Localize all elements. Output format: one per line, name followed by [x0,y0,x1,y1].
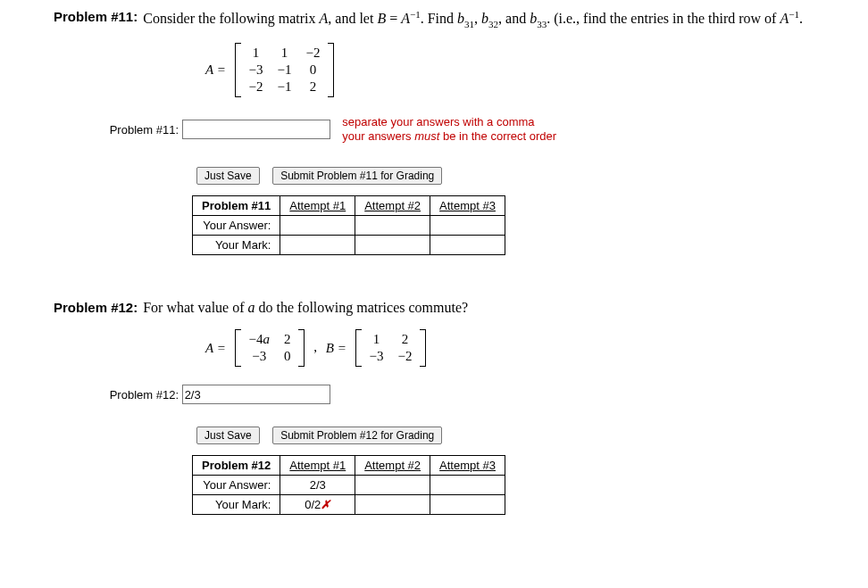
problem-11-label: Problem #11: [54,9,138,24]
cell: −1 [270,62,298,79]
answer-input-11[interactable] [182,120,330,139]
problem-12-label: Problem #12: [54,300,138,315]
cell [430,495,505,515]
problem-12-statement: For what value of a do the following mat… [138,300,850,316]
var-b: b [457,11,464,26]
txt: Consider the following matrix [143,11,319,26]
your-mark-label: Your Mark: [193,236,280,255]
txt: , and let [328,11,377,26]
attempt-1-link[interactable]: Attempt #1 [280,456,355,476]
var-a: A [780,11,789,26]
cell [355,476,430,495]
hint-line: separate your answers with a comma [342,115,534,128]
problem-12: Problem #12: For what value of a do the … [54,300,850,515]
cell: 2 [298,79,327,95]
attempt-2-link[interactable]: Attempt #2 [355,456,430,476]
cell: −3 [242,62,271,79]
mark-score: 0/2 [305,498,321,511]
cell: −2 [391,348,420,365]
answer-label: Problem #11: [89,123,179,137]
cell: 2/3 [280,476,355,495]
attempt-3-link[interactable]: Attempt #3 [430,196,505,216]
txt: = [386,11,401,26]
attempt-table-11: Problem #11 Attempt #1 Attempt #2 Attemp… [192,195,505,255]
sup: −1 [410,9,421,20]
txt: . [799,11,803,26]
problem-11-statement: Consider the following matrix A, and let… [138,9,850,29]
answer-input-12[interactable] [182,385,330,404]
answer-label: Problem #12: [89,388,179,402]
cell: −2 [242,79,271,95]
matrices-display: A = −4a2 −30 , B = 12 −3−2 [205,329,850,367]
cell: 1 [270,45,298,62]
answer-row-11: Problem #11: separate your answers with … [89,115,850,145]
your-mark-label: Your Mark: [193,495,280,515]
var-a: a [248,300,255,315]
txt: , [474,11,481,26]
buttons-11: Just Save Submit Problem #11 for Grading [196,167,850,185]
cell: −1 [270,79,298,95]
cell [430,236,505,255]
matrix-a-display: A = 11−2 −3−10 −2−12 [205,43,850,97]
attempt-2-link[interactable]: Attempt #2 [355,196,430,216]
txt: . Find [421,11,457,26]
cell [355,495,430,515]
txt: . (i.e., find the entries in the third r… [547,11,780,26]
hint-line: be in the correct order [439,129,556,143]
cell: 0 [277,348,298,365]
just-save-button[interactable]: Just Save [196,167,260,185]
problem-12-header: Problem #12: For what value of a do the … [54,300,850,316]
problem-11: Problem #11: Consider the following matr… [54,9,850,255]
sub: 33 [537,19,547,29]
table-head: Problem #11 [193,196,280,216]
just-save-button[interactable]: Just Save [196,427,260,444]
cell: 1 [242,45,271,62]
cell: 2 [391,331,420,348]
your-answer-label: Your Answer: [193,476,280,495]
cell [355,236,430,255]
cell [280,216,355,236]
matrix-a: 11−2 −3−10 −2−12 [235,43,335,97]
cell [430,216,505,236]
mark-cell: 0/2✗ [280,495,355,515]
cell: −2 [298,45,327,62]
sup: −1 [789,9,799,20]
cell [430,476,505,495]
sub: 32 [488,19,498,29]
cell: −3 [363,348,391,365]
buttons-12: Just Save Submit Problem #12 for Grading [196,427,850,444]
var-a: A [320,11,329,26]
attempt-3-link[interactable]: Attempt #3 [430,456,505,476]
var-b: B [377,11,386,26]
matrix-a: −4a2 −30 [235,329,305,367]
var-b: b [530,11,537,26]
wrong-icon: ✗ [321,498,330,511]
answer-hint: separate your answers with a comma your … [342,115,556,145]
problem-11-header: Problem #11: Consider the following matr… [54,9,850,29]
attempt-table-12: Problem #12 Attempt #1 Attempt #2 Attemp… [192,455,505,515]
separator: , [313,340,317,354]
matrix-b: 12 −3−2 [355,329,427,367]
txt: For what value of [143,300,247,315]
txt: do the following matrices commute? [255,300,469,315]
submit-button[interactable]: Submit Problem #12 for Grading [272,427,442,444]
cell: −4a [242,331,277,348]
cell: 1 [363,331,391,348]
var-a: A [401,11,410,26]
hint-em: must [414,129,439,143]
attempt-1-link[interactable]: Attempt #1 [280,196,355,216]
var-b: b [481,11,488,26]
sub: 31 [464,19,474,29]
matrix-b-label: B = [326,341,346,356]
cell [355,216,430,236]
cell: 2 [277,331,298,348]
table-head: Problem #12 [193,456,280,476]
cell: −3 [242,348,277,365]
cell [280,236,355,255]
txt: , and [498,11,530,26]
submit-button[interactable]: Submit Problem #11 for Grading [272,167,442,185]
hint-line: your answers [342,129,414,143]
your-answer-label: Your Answer: [193,216,280,236]
cell: 0 [298,62,327,79]
answer-row-12: Problem #12: [89,385,850,404]
